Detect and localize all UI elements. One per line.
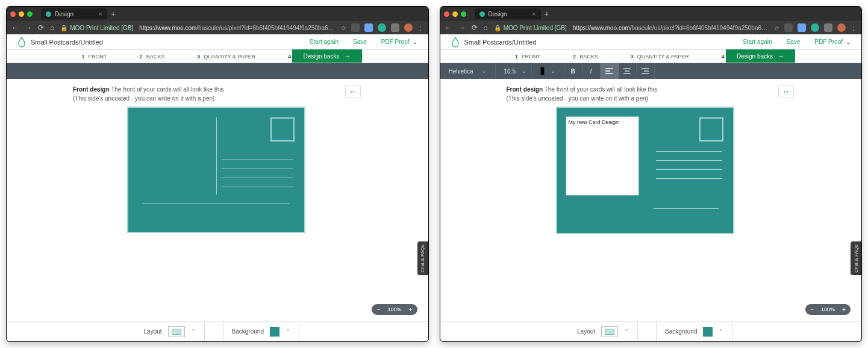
zoom-in-button[interactable]: + [840, 305, 848, 314]
forward-button[interactable]: → [25, 23, 32, 32]
bookmark-star-icon[interactable]: ☆ [341, 25, 346, 31]
reload-button[interactable]: ⟳ [472, 23, 478, 32]
extension-icon[interactable] [824, 23, 832, 32]
chevron-down-icon: ⌄ [413, 39, 417, 45]
zoom-out-button[interactable]: − [808, 305, 816, 314]
align-center-button[interactable] [619, 63, 637, 79]
design-backs-button[interactable]: Design backs → [292, 49, 361, 63]
postcard-canvas[interactable]: My new Card Design [556, 107, 734, 234]
align-center-icon [623, 68, 631, 74]
italic-icon: I [590, 68, 592, 75]
canvas-area: Front design The front of your cards wil… [7, 79, 428, 321]
address-lines [656, 151, 722, 179]
new-tab-button[interactable]: + [545, 9, 549, 19]
browser-menu-icon[interactable]: ⋮ [851, 25, 857, 31]
layout-picker[interactable]: Layout ⌃ [136, 322, 205, 341]
tab-close-icon[interactable]: × [532, 10, 535, 17]
chat-faq-tab[interactable]: Chat & FAQs [851, 241, 861, 275]
fontsize-value: 10.5 [504, 68, 516, 75]
step-quantity[interactable]: 3QUANTITY & PAPER [197, 54, 255, 60]
bold-button[interactable]: B [564, 63, 582, 79]
step-quantity[interactable]: 3QUANTITY & PAPER [631, 54, 689, 60]
secure-indicator[interactable]: 🔒 MOO Print Limited [GB] [494, 25, 567, 31]
extension-icon[interactable] [364, 23, 373, 32]
font-select[interactable]: Helvetica ⌄ [440, 63, 496, 79]
background-picker[interactable]: Background ⌃ [223, 322, 299, 341]
extension-icon[interactable] [391, 23, 399, 32]
background-label: Background [232, 328, 264, 335]
extension-icon[interactable] [351, 23, 360, 32]
app-header: Small Postcards/Untitled Start again Sav… [440, 34, 862, 50]
secure-label: MOO Print Limited [GB] [504, 25, 567, 31]
design-backs-button[interactable]: Design backs → [726, 49, 795, 63]
back-button[interactable]: ← [11, 23, 19, 32]
url-field[interactable]: https://www.moo.com/bascule/us/pixel?id=… [573, 25, 768, 31]
start-again-link[interactable]: Start again [310, 39, 339, 45]
align-right-button[interactable] [637, 63, 655, 79]
fontsize-select[interactable]: 10.5 ⌄ [496, 63, 532, 79]
rotate-button[interactable]: ↔ [345, 85, 361, 98]
extension-icon[interactable] [784, 23, 793, 32]
home-button[interactable]: ⌂ [484, 23, 488, 32]
browser-urlbar: ← → ⟳ ⌂ 🔒 MOO Print Limited [GB] https:/… [440, 21, 862, 34]
start-again-link[interactable]: Start again [743, 39, 772, 45]
stamp-box [270, 117, 295, 141]
new-tab-button[interactable]: + [111, 9, 116, 19]
maximize-window-icon[interactable] [27, 11, 33, 17]
tab-title: Design [55, 11, 73, 17]
background-swatch-icon [270, 327, 279, 337]
home-button[interactable]: ⌂ [50, 23, 54, 32]
background-picker[interactable]: Background ⌃ [656, 322, 732, 341]
reload-button[interactable]: ⟳ [38, 23, 44, 32]
profile-avatar-icon[interactable] [404, 23, 413, 32]
secure-indicator[interactable]: 🔒 MOO Print Limited [GB] [60, 25, 133, 31]
step-front[interactable]: 1FRONT [82, 54, 107, 60]
step-backs[interactable]: 2BACKS [140, 54, 165, 60]
url-field[interactable]: https://www.moo.com/bascule/us/pixel?id=… [139, 25, 334, 31]
zoom-in-button[interactable]: + [407, 305, 415, 314]
maximize-window-icon[interactable] [461, 11, 466, 17]
brand[interactable]: Small Postcards/Untitled [17, 37, 103, 48]
step-backs[interactable]: 2BACKS [573, 54, 598, 60]
close-window-icon[interactable] [10, 11, 16, 17]
layout-thumb-icon [168, 326, 185, 337]
zoom-out-button[interactable]: − [374, 305, 382, 314]
minimize-window-icon[interactable] [19, 11, 24, 17]
step-front[interactable]: 1FRONT [515, 54, 540, 60]
pdf-proof-dropdown[interactable]: PDF Proof ⌄ [381, 39, 417, 45]
postcard-canvas[interactable] [127, 107, 305, 233]
close-window-icon[interactable] [444, 11, 449, 17]
italic-button[interactable]: I [582, 63, 601, 79]
layout-picker[interactable]: Layout ⌃ [569, 322, 638, 341]
textcolor-select[interactable]: ⌄ [532, 63, 564, 79]
brand[interactable]: Small Postcards/Untitled [451, 37, 537, 48]
bottom-bar: Layout ⌃ Background ⌃ [7, 321, 428, 341]
forward-button[interactable]: → [458, 23, 466, 32]
browser-tab[interactable]: Design × [475, 8, 541, 19]
rotate-button[interactable]: ↔ [778, 85, 794, 98]
pdf-proof-dropdown[interactable]: PDF Proof ⌄ [814, 39, 851, 45]
extension-icon[interactable] [378, 23, 386, 32]
profile-avatar-icon[interactable] [837, 23, 846, 32]
align-left-button[interactable] [601, 63, 619, 79]
layout-thumb-icon [601, 326, 618, 337]
chat-faq-tab[interactable]: Chat & FAQs [417, 241, 428, 275]
browser-menu-icon[interactable]: ⋮ [417, 25, 423, 31]
font-value: Helvetica [449, 68, 473, 75]
bookmark-star-icon[interactable]: ☆ [774, 25, 779, 31]
back-button[interactable]: ← [445, 23, 452, 32]
text-box[interactable]: My new Card Design [566, 116, 639, 196]
favicon-icon [479, 11, 485, 17]
extension-icon[interactable] [811, 23, 819, 32]
extension-icon[interactable] [798, 23, 806, 32]
steps-bar: 1FRONT 2BACKS 3QUANTITY & PAPER 4REVIEW … [440, 50, 862, 63]
save-link[interactable]: Save [787, 39, 801, 45]
desc-title: Front design [507, 86, 543, 93]
save-link[interactable]: Save [353, 39, 367, 45]
tab-close-icon[interactable]: × [99, 10, 102, 17]
footer-line-right [654, 208, 719, 209]
browser-tab[interactable]: Design × [41, 8, 107, 19]
layout-label: Layout [577, 328, 595, 335]
chevron-up-icon: ⌃ [191, 328, 196, 335]
minimize-window-icon[interactable] [452, 11, 458, 17]
